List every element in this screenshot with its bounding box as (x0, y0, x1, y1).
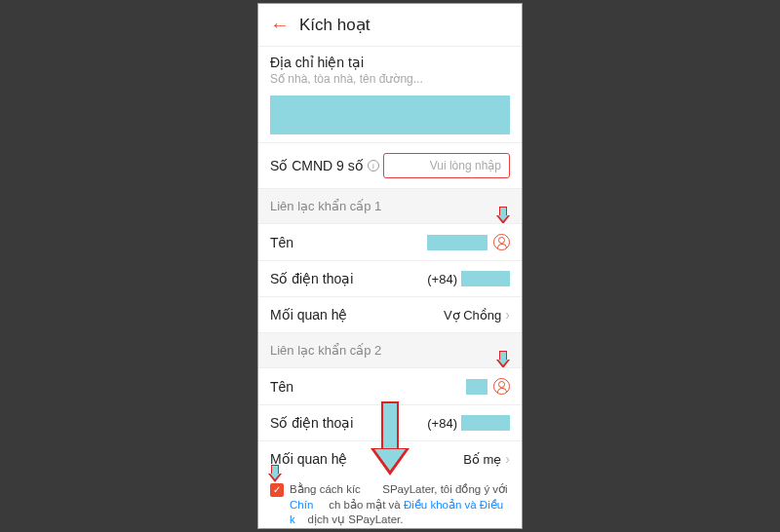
cmnd-input[interactable]: Vui lòng nhập (383, 153, 510, 178)
consent-block: ✓ Bằng cách kíc SPayLater, tôi đồng ý vớ… (258, 476, 522, 529)
info-icon[interactable]: i (368, 160, 379, 171)
header-bar: ← Kích hoạt (258, 4, 522, 47)
chevron-right-icon: › (505, 307, 510, 323)
contact2-phone-value: (+84) (427, 415, 510, 431)
chevron-right-icon: › (505, 451, 510, 467)
address-input-redacted[interactable] (270, 95, 510, 134)
contact1-name-label: Tên (270, 235, 293, 250)
contact2-rel-label: Mối quan hệ (270, 451, 347, 467)
privacy-link[interactable]: Chín (290, 499, 313, 511)
contact2-name-label: Tên (270, 379, 293, 395)
contact2-name-row[interactable]: Tên (258, 367, 522, 404)
contact-picker-icon[interactable] (493, 234, 510, 250)
contact2-rel-value: Bố mẹ› (463, 451, 510, 467)
contact1-phone-label: Số điện thoại (270, 271, 353, 286)
cmnd-label: Số CMND 9 số i (270, 158, 379, 173)
contact1-rel-value: Vợ Chồng› (444, 307, 510, 323)
address-label: Địa chỉ hiện tại (270, 55, 510, 70)
contact2-phone-label: Số điện thoại (270, 415, 353, 431)
consent-checkbox[interactable]: ✓ (270, 483, 284, 497)
app-screen: ← Kích hoạt Địa chỉ hiện tại Số nhà, tòa… (257, 3, 523, 529)
contact1-relation-row[interactable]: Mối quan hệ Vợ Chồng› (258, 296, 522, 332)
emergency-contact-2-header: Liên lạc khẩn cấp 2 (258, 332, 522, 367)
contact1-phone-value: (+84) (427, 271, 510, 286)
page-title: Kích hoạt (299, 15, 370, 35)
contact1-name-row[interactable]: Tên (258, 223, 522, 260)
contact2-relation-row[interactable]: Mối quan hệ Bố mẹ› (258, 440, 522, 476)
annotation-arrow-icon (498, 351, 508, 368)
contact1-name-value (427, 234, 510, 250)
contact2-phone-row[interactable]: Số điện thoại (+84) (258, 404, 522, 440)
cmnd-row: Số CMND 9 số i Vui lòng nhập (258, 142, 522, 188)
contact1-phone-row[interactable]: Số điện thoại (+84) (258, 260, 522, 296)
contact1-rel-label: Mối quan hệ (270, 307, 347, 323)
back-arrow-icon[interactable]: ← (270, 14, 290, 36)
contact-picker-icon[interactable] (493, 378, 510, 395)
address-hint: Số nhà, tòa nhà, tên đường... (270, 72, 510, 86)
emergency-contact-1-header: Liên lạc khẩn cấp 1 (258, 188, 522, 223)
annotation-arrow-icon (498, 207, 508, 224)
contact2-name-value (466, 378, 510, 395)
consent-text: Bằng cách kíc SPayLater, tôi đồng ý với … (290, 482, 510, 528)
address-section: Địa chỉ hiện tại Số nhà, tòa nhà, tên đư… (258, 47, 522, 90)
